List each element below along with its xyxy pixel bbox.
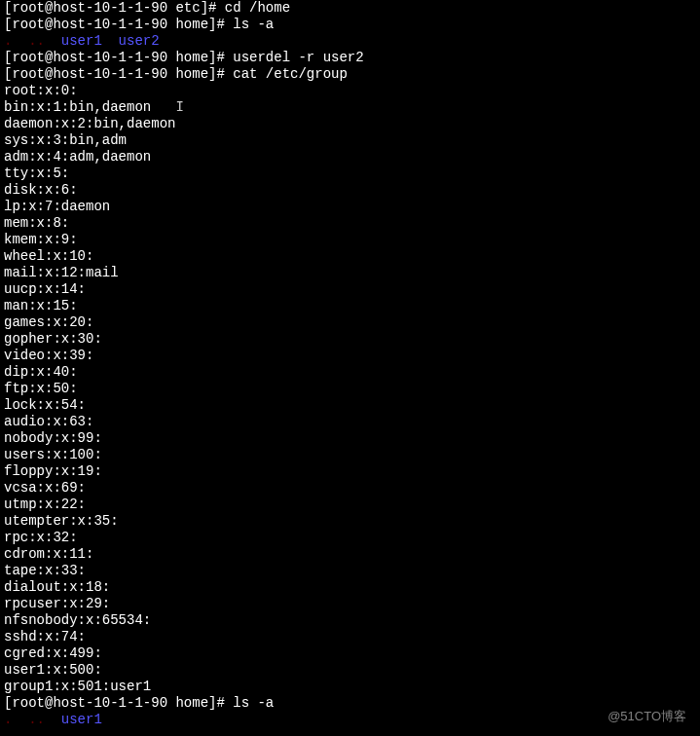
terminal-text-segment: man:x:15: (4, 298, 78, 313)
terminal-line: sys:x:3:bin,adm (4, 132, 696, 149)
terminal-line: lp:x:7:daemon (4, 199, 696, 215)
terminal-line: man:x:15: (4, 298, 696, 314)
terminal-text-segment: . .. (4, 33, 61, 49)
terminal-line: video:x:39: (4, 348, 696, 364)
terminal-line: [root@host-10-1-1-90 home]# ls -a (4, 695, 696, 712)
terminal-text-segment: user1 (61, 712, 102, 727)
terminal-text-segment: . .. (4, 712, 61, 727)
terminal-text-segment: video:x:39: (4, 348, 93, 363)
terminal-text-segment: sys:x:3:bin,adm (4, 132, 127, 148)
terminal-text-segment: cdrom:x:11: (4, 546, 93, 562)
terminal-text-segment: wheel:x:10: (4, 248, 93, 264)
terminal-line: group1:x:501:user1 (4, 679, 696, 695)
terminal-text-segment: dialout:x:18: (4, 579, 110, 595)
terminal-line: games:x:20: (4, 314, 696, 331)
terminal-text-segment: bin:x:1:bin,daemon (4, 99, 175, 115)
terminal-text-segment: ftp:x:50: (4, 381, 78, 396)
terminal-line: nobody:x:99: (4, 430, 696, 447)
terminal-text-segment: adm:x:4:adm,daemon (4, 149, 151, 165)
terminal-text-segment: group1:x:501:user1 (4, 679, 151, 694)
terminal-line: audio:x:63: (4, 414, 696, 430)
terminal-line: cdrom:x:11: (4, 546, 696, 563)
terminal-line: rpcuser:x:29: (4, 596, 696, 612)
terminal-text-segment: sshd:x:74: (4, 629, 86, 644)
terminal-line: dialout:x:18: (4, 579, 696, 596)
terminal-text-segment: gopher:x:30: (4, 331, 102, 347)
terminal-line: rpc:x:32: (4, 530, 696, 546)
terminal-text-segment: dip:x:40: (4, 364, 78, 380)
terminal-text-segment: daemon:x:2:bin,daemon (4, 116, 175, 131)
terminal-line: wheel:x:10: (4, 248, 696, 265)
terminal-text-segment: floppy:x:19: (4, 463, 102, 479)
terminal-line: mem:x:8: (4, 215, 696, 232)
terminal-text-segment: [root@host-10-1-1-90 home]# ls -a (4, 695, 274, 711)
terminal-line: sshd:x:74: (4, 629, 696, 645)
terminal-line: dip:x:40: (4, 364, 696, 381)
terminal-line: adm:x:4:adm,daemon (4, 149, 696, 166)
terminal-line: daemon:x:2:bin,daemon (4, 116, 696, 132)
terminal-text-segment: user1 user2 (61, 33, 160, 49)
terminal-line: cgred:x:499: (4, 645, 696, 662)
terminal-text-segment: audio:x:63: (4, 414, 93, 429)
terminal-text-segment: vcsa:x:69: (4, 480, 86, 496)
terminal-line: users:x:100: (4, 447, 696, 463)
terminal-text-segment: [root@host-10-1-1-90 etc]# cd /home (4, 0, 290, 16)
terminal-line: floppy:x:19: (4, 463, 696, 480)
terminal-line: kmem:x:9: (4, 232, 696, 248)
terminal-text-segment: rpcuser:x:29: (4, 596, 110, 611)
terminal-text-segment: nfsnobody:x:65534: (4, 612, 151, 628)
watermark-text: @51CTO博客 (608, 708, 686, 724)
terminal-text-segment: disk:x:6: (4, 182, 78, 198)
terminal-line: mail:x:12:mail (4, 265, 696, 281)
terminal-text-segment: cgred:x:499: (4, 645, 102, 661)
terminal-line: . .. user1 (4, 712, 696, 728)
terminal-text-segment: mail:x:12:mail (4, 265, 119, 280)
terminal-line: tape:x:33: (4, 563, 696, 579)
terminal-text-segment: lock:x:54: (4, 397, 86, 413)
terminal-line: utmp:x:22: (4, 497, 696, 513)
terminal-line: tty:x:5: (4, 166, 696, 182)
terminal-text-segment: [root@host-10-1-1-90 home]# userdel -r u… (4, 50, 364, 65)
terminal-text-segment: tape:x:33: (4, 563, 86, 578)
terminal-text-segment: [root@host-10-1-1-90 home]# cat /etc/gro… (4, 66, 348, 82)
terminal-line: [root@host-10-1-1-90 home]# cat /etc/gro… (4, 66, 696, 83)
terminal-line: . .. user1 user2 (4, 33, 696, 50)
terminal-line: nfsnobody:x:65534: (4, 612, 696, 629)
terminal-text-segment: tty:x:5: (4, 166, 69, 181)
terminal-text-segment: mem:x:8: (4, 215, 69, 231)
terminal-text-segment: user1:x:500: (4, 662, 102, 678)
terminal-line: [root@host-10-1-1-90 etc]# cd /home (4, 0, 696, 17)
terminal-text-segment: lp:x:7:daemon (4, 199, 110, 214)
terminal-line: uucp:x:14: (4, 281, 696, 298)
terminal-output[interactable]: [root@host-10-1-1-90 etc]# cd /home[root… (0, 0, 700, 728)
terminal-line: [root@host-10-1-1-90 home]# ls -a (4, 17, 696, 33)
terminal-text-segment: uucp:x:14: (4, 281, 86, 297)
terminal-line: bin:x:1:bin,daemon I (4, 99, 696, 116)
terminal-text-segment: users:x:100: (4, 447, 102, 462)
terminal-text-segment: nobody:x:99: (4, 430, 102, 446)
terminal-line: gopher:x:30: (4, 331, 696, 348)
terminal-line: utempter:x:35: (4, 513, 696, 530)
terminal-text-segment: rpc:x:32: (4, 530, 78, 545)
terminal-text-segment: [root@host-10-1-1-90 home]# ls -a (4, 17, 274, 32)
terminal-line: [root@host-10-1-1-90 home]# userdel -r u… (4, 50, 696, 66)
terminal-text-segment: utmp:x:22: (4, 497, 86, 512)
terminal-line: user1:x:500: (4, 662, 696, 679)
terminal-line: disk:x:6: (4, 182, 696, 199)
terminal-text-segment: games:x:20: (4, 314, 93, 330)
terminal-text-segment: root:x:0: (4, 83, 78, 98)
terminal-line: lock:x:54: (4, 397, 696, 414)
terminal-line: vcsa:x:69: (4, 480, 696, 497)
terminal-text-segment: I (175, 99, 183, 115)
terminal-line: ftp:x:50: (4, 381, 696, 397)
terminal-line: root:x:0: (4, 83, 696, 99)
terminal-text-segment: kmem:x:9: (4, 232, 78, 247)
terminal-text-segment: utempter:x:35: (4, 513, 119, 529)
